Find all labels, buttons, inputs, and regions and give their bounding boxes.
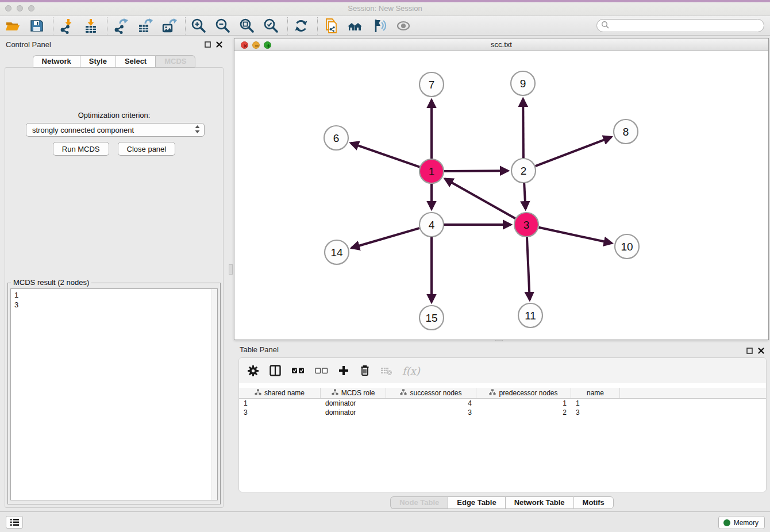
node-table: shared nameMCDS rolesuccessor nodesprede… bbox=[239, 388, 766, 417]
table-cell[interactable]: 1 bbox=[571, 399, 620, 408]
node-label-4: 4 bbox=[429, 219, 435, 231]
tab-select[interactable]: Select bbox=[116, 55, 155, 68]
column-header-successor-nodes[interactable]: successor nodes bbox=[386, 388, 476, 398]
table-cell[interactable]: dominator bbox=[321, 399, 386, 408]
result-scrollbar[interactable] bbox=[211, 289, 217, 500]
add-column-icon[interactable] bbox=[338, 365, 349, 376]
tab-node-table[interactable]: Node Table bbox=[390, 496, 448, 509]
memory-button[interactable]: Memory bbox=[718, 516, 765, 529]
table-options-gear-icon[interactable] bbox=[247, 365, 259, 377]
column-header-name[interactable]: name bbox=[571, 388, 620, 398]
table-cell[interactable]: 3 bbox=[571, 408, 620, 417]
node-label-9: 9 bbox=[520, 78, 526, 90]
optimization-criterion-label: Optimization criterion: bbox=[5, 111, 223, 119]
table-float-panel-icon[interactable] bbox=[746, 348, 753, 354]
column-header-predecessor-nodes[interactable]: predecessor nodes bbox=[476, 388, 571, 398]
table-row[interactable]: 1dominator411 bbox=[239, 399, 766, 408]
zoom-out-icon[interactable] bbox=[215, 18, 231, 34]
function-builder-icon[interactable]: f(x) bbox=[402, 365, 420, 377]
node-label-3: 3 bbox=[523, 219, 530, 231]
result-line: 1 bbox=[14, 290, 214, 300]
column-header-shared-name[interactable]: shared name bbox=[239, 388, 321, 398]
optimization-criterion-select[interactable]: strongly connected component bbox=[26, 123, 205, 137]
delete-column-icon[interactable] bbox=[359, 364, 371, 377]
export-network-icon[interactable] bbox=[113, 18, 129, 34]
open-session-icon[interactable] bbox=[5, 18, 21, 34]
export-image-icon[interactable] bbox=[161, 18, 177, 34]
home-icon[interactable] bbox=[347, 18, 363, 34]
search-input[interactable] bbox=[611, 22, 764, 30]
mcds-result-title: MCDS result (2 nodes) bbox=[11, 278, 91, 287]
title-bar: Session: New Session bbox=[0, 0, 770, 16]
table-close-panel-icon[interactable] bbox=[758, 348, 764, 354]
table-panel-tabs: Node TableEdge TableNetwork TableMotifs bbox=[234, 496, 770, 509]
column-type-icon bbox=[255, 389, 261, 397]
table-cell[interactable]: 3 bbox=[239, 408, 321, 417]
node-label-15: 15 bbox=[425, 312, 437, 324]
application-window: Session: New Session bbox=[0, 0, 770, 532]
search-icon bbox=[601, 21, 609, 31]
control-panel: Control Panel NetworkStyleSelectMCDS Opt… bbox=[0, 36, 228, 511]
mcds-result-area[interactable]: 13 bbox=[10, 288, 218, 500]
close-panel-button[interactable]: Close panel bbox=[118, 142, 176, 156]
node-label-14: 14 bbox=[330, 246, 343, 259]
edge-4-14 bbox=[352, 228, 419, 248]
tab-mcds[interactable]: MCDS bbox=[155, 55, 195, 68]
hide-details-icon[interactable] bbox=[371, 18, 387, 34]
edge-2-8 bbox=[536, 137, 611, 167]
save-session-icon[interactable] bbox=[29, 18, 45, 34]
status-bar: Memory bbox=[0, 511, 770, 532]
tab-motifs[interactable]: Motifs bbox=[573, 496, 614, 509]
eye-icon[interactable] bbox=[395, 18, 411, 34]
zoom-selected-icon[interactable] bbox=[263, 18, 279, 34]
select-all-columns-icon[interactable] bbox=[291, 367, 305, 374]
import-table-icon[interactable] bbox=[83, 18, 99, 34]
network-window-titlebar[interactable]: scc.txt bbox=[234, 38, 768, 51]
table-cell[interactable]: 1 bbox=[239, 399, 321, 408]
table-cell[interactable]: 2 bbox=[476, 408, 571, 417]
export-table-icon[interactable] bbox=[137, 18, 153, 34]
vertical-splitter[interactable] bbox=[228, 36, 234, 511]
mcds-result-lines: 13 bbox=[11, 289, 217, 311]
run-mcds-button[interactable]: Run MCDS bbox=[53, 142, 109, 156]
network-window-title: scc.txt bbox=[234, 40, 768, 49]
node-label-7: 7 bbox=[429, 79, 435, 91]
float-panel-icon[interactable] bbox=[205, 41, 211, 48]
tab-style[interactable]: Style bbox=[80, 55, 116, 68]
network-file-icon[interactable] bbox=[323, 18, 339, 34]
table-cell[interactable]: 1 bbox=[476, 399, 571, 408]
unselect-all-columns-icon[interactable] bbox=[315, 368, 328, 374]
table-cell[interactable]: dominator bbox=[321, 408, 386, 417]
column-type-icon bbox=[489, 389, 496, 397]
network-canvas[interactable]: 1234678910111415 bbox=[234, 51, 768, 340]
control-panel-title: Control Panel bbox=[6, 40, 51, 49]
delete-table-icon[interactable] bbox=[380, 366, 392, 376]
close-panel-icon[interactable] bbox=[216, 41, 222, 48]
edge-3-1 bbox=[445, 179, 515, 218]
import-network-icon[interactable] bbox=[59, 18, 75, 34]
tab-network-table[interactable]: Network Table bbox=[505, 496, 573, 509]
column-header-MCDS-role[interactable]: MCDS role bbox=[321, 388, 386, 398]
tab-network[interactable]: Network bbox=[33, 55, 80, 68]
edge-3-11 bbox=[527, 237, 530, 300]
zoom-fit-icon[interactable] bbox=[239, 18, 255, 34]
table-cell[interactable]: 3 bbox=[386, 408, 476, 417]
table-panel: Table Panel bbox=[234, 342, 770, 511]
table-row[interactable]: 3dominator323 bbox=[239, 408, 766, 417]
edge-1-6 bbox=[351, 143, 420, 167]
tab-edge-table[interactable]: Edge Table bbox=[448, 496, 505, 509]
list-icon bbox=[10, 518, 20, 526]
optimization-criterion-value: strongly connected component bbox=[32, 126, 194, 134]
show-columns-icon[interactable] bbox=[269, 364, 282, 377]
network-canvas-svg: 1234678910111415 bbox=[234, 51, 768, 340]
table-cell[interactable]: 4 bbox=[386, 399, 476, 408]
edge-3-10 bbox=[539, 228, 612, 244]
zoom-in-icon[interactable] bbox=[191, 18, 207, 34]
mcds-tab-content: Optimization criterion: strongly connect… bbox=[5, 67, 224, 508]
search-box[interactable] bbox=[596, 19, 764, 32]
edge-2-9 bbox=[523, 99, 523, 158]
node-label-10: 10 bbox=[621, 241, 633, 253]
refresh-icon[interactable] bbox=[293, 18, 309, 34]
task-history-button[interactable] bbox=[6, 516, 23, 529]
memory-status-icon bbox=[723, 519, 730, 526]
